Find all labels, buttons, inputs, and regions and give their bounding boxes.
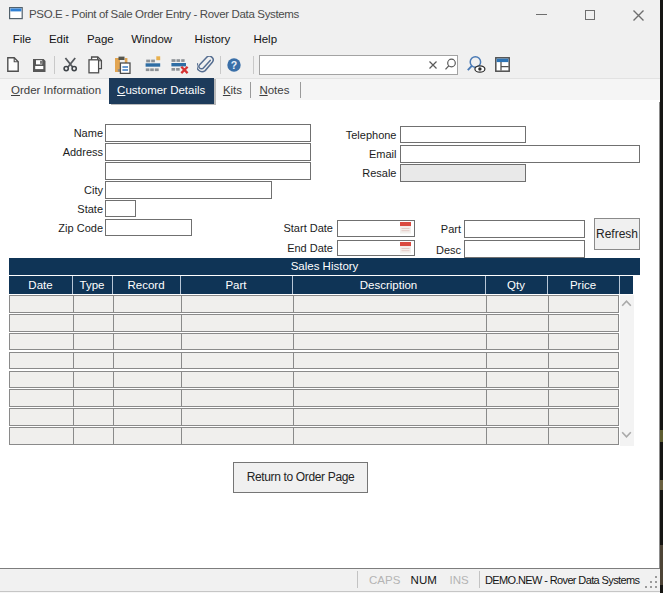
svg-text:?: ? [231, 59, 237, 71]
